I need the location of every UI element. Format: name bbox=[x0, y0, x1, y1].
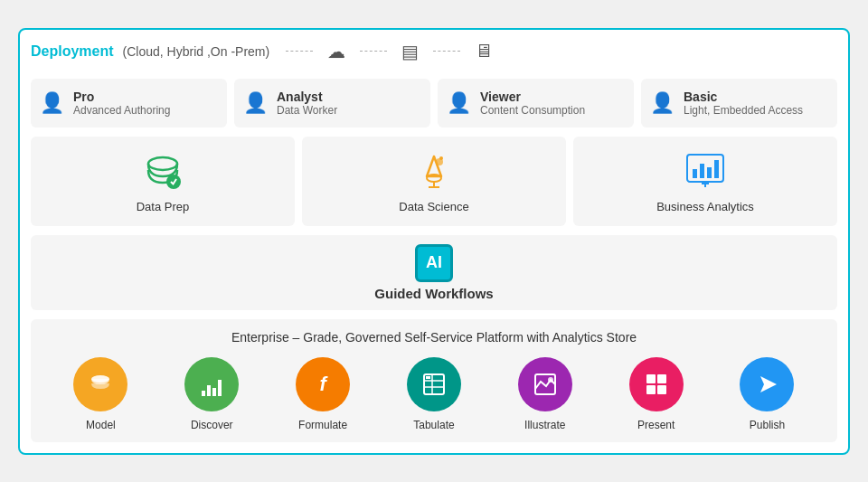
publish-circle bbox=[740, 357, 794, 411]
pro-icon: 👤 bbox=[40, 91, 64, 115]
main-container: Deployment (Cloud, Hybrid ,On -Prem) ☁ ▤… bbox=[18, 28, 850, 455]
tool-publish: Publish bbox=[740, 357, 794, 431]
svg-rect-26 bbox=[646, 374, 656, 383]
enterprise-platform: Enterprise – Grade, Governed Self-Servic… bbox=[31, 319, 837, 442]
user-type-basic: 👤 Basic Light, Embedded Access bbox=[641, 79, 837, 128]
capabilities-row: Data Prep Data Science bbox=[31, 137, 837, 226]
tabulate-circle bbox=[407, 357, 461, 411]
basic-text: Basic Light, Embedded Access bbox=[684, 90, 803, 117]
deployment-header: Deployment (Cloud, Hybrid ,On -Prem) ☁ ▤… bbox=[31, 41, 837, 68]
tool-model: Model bbox=[73, 357, 127, 431]
svg-point-25 bbox=[548, 377, 553, 383]
formulate-icon: f bbox=[319, 373, 326, 396]
dashed-line-1 bbox=[286, 51, 313, 52]
pro-subtitle: Advanced Authoring bbox=[73, 104, 170, 117]
pro-name: Pro bbox=[73, 90, 170, 104]
capability-bizanalytics: Business Analytics bbox=[573, 137, 837, 226]
basic-name: Basic bbox=[684, 90, 803, 104]
tool-present: Present bbox=[629, 357, 684, 431]
analyst-name: Analyst bbox=[277, 90, 337, 104]
svg-point-6 bbox=[439, 156, 443, 160]
svg-rect-18 bbox=[218, 380, 222, 396]
user-type-pro: 👤 Pro Advanced Authoring bbox=[31, 79, 227, 128]
enterprise-title: Enterprise – Grade, Governed Self-Servic… bbox=[45, 330, 823, 345]
basic-subtitle: Light, Embedded Access bbox=[684, 104, 803, 117]
ai-icon: AI bbox=[415, 244, 453, 282]
tool-tabulate: Tabulate bbox=[407, 357, 461, 431]
present-icon bbox=[643, 371, 670, 398]
svg-marker-23 bbox=[426, 376, 430, 379]
analyst-icon: 👤 bbox=[243, 91, 268, 115]
dashed-line-2 bbox=[360, 51, 387, 52]
model-circle bbox=[73, 357, 127, 411]
svg-rect-8 bbox=[693, 169, 697, 178]
deployment-subtitle: (Cloud, Hybrid ,On -Prem) bbox=[123, 44, 270, 59]
model-label: Model bbox=[86, 419, 116, 431]
svg-rect-9 bbox=[700, 164, 704, 178]
svg-point-0 bbox=[148, 157, 177, 170]
tool-formulate: f Formulate bbox=[296, 357, 350, 431]
dashed-line-3 bbox=[433, 51, 460, 52]
svg-rect-28 bbox=[646, 385, 656, 394]
discover-circle bbox=[184, 357, 239, 411]
bizanalytics-label: Business Analytics bbox=[656, 200, 754, 213]
svg-rect-10 bbox=[707, 167, 712, 178]
tool-illustrate: Illustrate bbox=[518, 357, 572, 431]
server-icon: ▤ bbox=[401, 41, 419, 62]
model-icon bbox=[87, 371, 114, 398]
cloud-icon: ☁ bbox=[327, 41, 345, 62]
basic-icon: 👤 bbox=[650, 91, 675, 115]
monitor-icon: 🖥 bbox=[475, 41, 493, 61]
datascience-label: Data Science bbox=[399, 200, 468, 213]
svg-rect-11 bbox=[714, 160, 719, 178]
present-label: Present bbox=[637, 419, 675, 431]
publish-label: Publish bbox=[750, 419, 785, 431]
tabulate-icon bbox=[420, 371, 448, 398]
svg-rect-27 bbox=[657, 374, 666, 383]
analyst-text: Analyst Data Worker bbox=[277, 90, 337, 117]
pro-text: Pro Advanced Authoring bbox=[73, 90, 170, 117]
viewer-name: Viewer bbox=[480, 90, 585, 104]
present-circle bbox=[629, 357, 684, 411]
user-types-row: 👤 Pro Advanced Authoring 👤 Analyst Data … bbox=[31, 79, 837, 128]
tools-row: Model Discover f Formulate bbox=[45, 357, 823, 431]
svg-rect-15 bbox=[202, 391, 205, 396]
formulate-label: Formulate bbox=[298, 419, 347, 431]
dataprep-label: Data Prep bbox=[137, 200, 190, 213]
illustrate-label: Illustrate bbox=[524, 419, 565, 431]
illustrate-icon bbox=[532, 371, 559, 398]
capability-dataprep: Data Prep bbox=[31, 137, 295, 226]
user-type-viewer: 👤 Viewer Content Consumption bbox=[438, 79, 634, 128]
user-type-analyst: 👤 Analyst Data Worker bbox=[234, 79, 430, 128]
deployment-title: Deployment bbox=[31, 43, 114, 60]
svg-rect-29 bbox=[657, 385, 666, 394]
header-icons: ☁ ▤ 🖥 bbox=[286, 41, 493, 62]
svg-rect-17 bbox=[212, 388, 216, 396]
datascience-icon bbox=[412, 149, 456, 193]
viewer-text: Viewer Content Consumption bbox=[480, 90, 585, 117]
tabulate-label: Tabulate bbox=[413, 419, 454, 431]
capability-datascience: Data Science bbox=[302, 137, 566, 226]
bizanalytics-icon bbox=[684, 149, 727, 193]
analyst-subtitle: Data Worker bbox=[277, 104, 337, 117]
guided-workflows-section: AI Guided Workflows bbox=[31, 235, 837, 310]
viewer-icon: 👤 bbox=[447, 91, 471, 115]
viewer-subtitle: Content Consumption bbox=[480, 104, 585, 117]
discover-icon bbox=[198, 371, 225, 398]
discover-label: Discover bbox=[191, 419, 233, 431]
tool-discover: Discover bbox=[184, 357, 239, 431]
dataprep-icon bbox=[141, 149, 184, 193]
svg-rect-16 bbox=[207, 385, 211, 396]
publish-icon bbox=[753, 371, 780, 398]
formulate-circle: f bbox=[296, 357, 350, 411]
illustrate-circle bbox=[518, 357, 572, 411]
guided-label: Guided Workflows bbox=[374, 286, 493, 301]
